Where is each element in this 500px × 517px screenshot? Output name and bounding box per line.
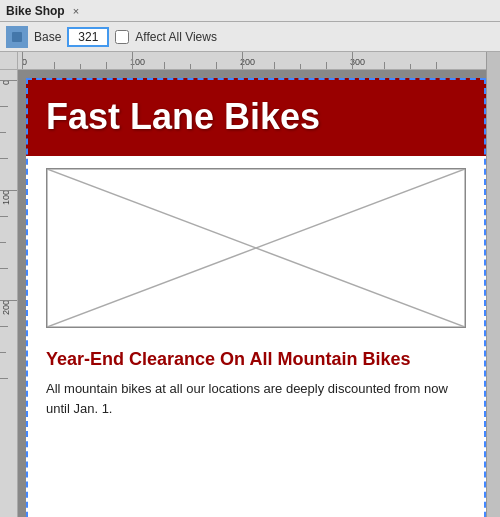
toolbar: Base Affect All Views — [0, 22, 500, 52]
page-icon — [6, 26, 28, 48]
placeholder-svg — [47, 169, 465, 327]
canvas-right: 0 100 200 300 — [18, 52, 486, 517]
svg-rect-1 — [12, 32, 22, 42]
base-label: Base — [34, 30, 61, 44]
scrollbar-right[interactable] — [486, 52, 500, 517]
base-input[interactable] — [67, 27, 109, 47]
page-container: Fast Lane Bikes Year-End Clearance On Al… — [18, 70, 486, 517]
page: Fast Lane Bikes Year-End Clearance On Al… — [26, 78, 486, 517]
title-bar: Bike Shop × — [0, 0, 500, 22]
ruler-top: 0 100 200 300 — [18, 52, 486, 70]
article-heading-text: Year-End Clearance On All Mountain Bikes — [46, 349, 410, 369]
ruler-v-label-100: 100 — [1, 190, 11, 205]
ruler-v-label-200: 200 — [1, 300, 11, 315]
affect-all-views-label: Affect All Views — [135, 30, 217, 44]
article-body: All mountain bikes at all our locations … — [46, 379, 466, 418]
close-icon[interactable]: × — [73, 5, 79, 17]
header-banner-text: Fast Lane Bikes — [46, 96, 320, 137]
title-bar-text: Bike Shop — [6, 4, 65, 18]
article-heading: Year-End Clearance On All Mountain Bikes — [46, 348, 466, 371]
text-content: Year-End Clearance On All Mountain Bikes… — [26, 340, 486, 426]
ruler-corner — [0, 52, 18, 70]
header-banner: Fast Lane Bikes — [26, 78, 486, 156]
ruler-left: 0 100 200 — [0, 70, 18, 517]
image-placeholder — [46, 168, 466, 328]
affect-all-views-checkbox[interactable] — [115, 30, 129, 44]
article-body-text: All mountain bikes at all our locations … — [46, 381, 448, 416]
canvas-area: 0 100 200 0 100 200 — [0, 52, 500, 517]
